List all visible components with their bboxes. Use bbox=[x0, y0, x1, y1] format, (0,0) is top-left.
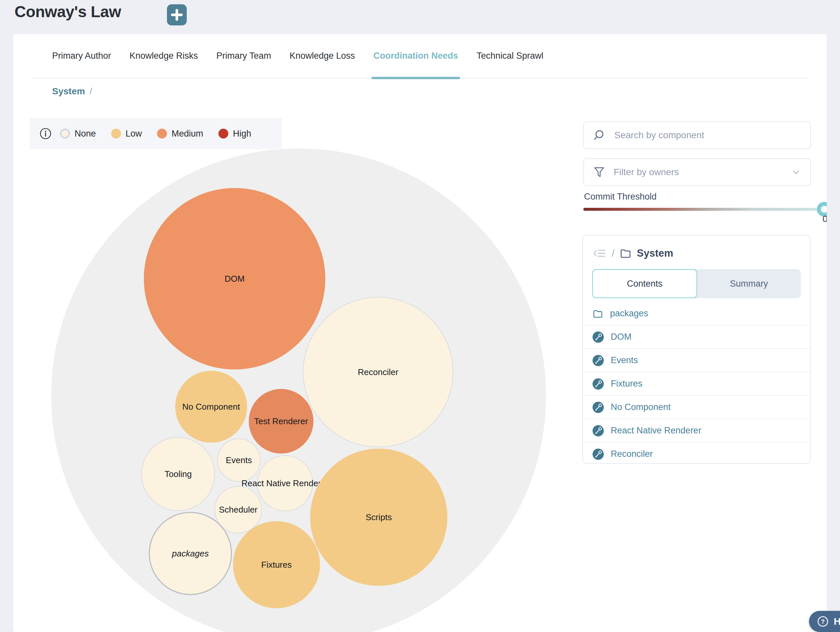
bubble-scripts[interactable]: Scripts bbox=[310, 449, 447, 586]
page-title: Conway's Law bbox=[14, 3, 121, 21]
legend-item-none: None bbox=[60, 129, 96, 139]
panel-header: / System bbox=[592, 246, 801, 261]
panel-contents-list: packagesDOMEventsFixturesNo ComponentRea… bbox=[583, 302, 810, 465]
coordination-legend: NoneLowMediumHigh bbox=[30, 118, 282, 149]
bubble-fixtures[interactable]: Fixtures bbox=[233, 521, 320, 608]
bubble-react-native-renderer[interactable]: React Native Renderer bbox=[257, 455, 313, 511]
plus-icon bbox=[171, 9, 183, 21]
help-button[interactable]: ? Help bbox=[809, 611, 840, 632]
component-icon bbox=[592, 448, 604, 460]
page: Conway's Law Primary AuthorKnowledge Ris… bbox=[0, 0, 840, 632]
bubble-test-renderer[interactable]: Test Renderer bbox=[249, 389, 313, 454]
tab-contents[interactable]: Contents bbox=[592, 269, 697, 298]
component-icon bbox=[592, 378, 604, 390]
slider-value: 0 bbox=[823, 214, 827, 224]
panel-item-packages[interactable]: packages bbox=[583, 302, 810, 326]
search-icon bbox=[592, 129, 606, 142]
tab-summary[interactable]: Summary bbox=[697, 269, 801, 298]
legend-item-high: High bbox=[218, 129, 251, 139]
commit-threshold-slider[interactable] bbox=[583, 208, 827, 211]
owners-filter-dropdown[interactable]: Filter by owners bbox=[583, 158, 811, 186]
panel-item-react-native-renderer[interactable]: React Native Renderer bbox=[583, 419, 810, 443]
panel-item-reconciler[interactable]: Reconciler bbox=[583, 443, 810, 465]
panel-separator: / bbox=[612, 248, 614, 259]
panel-item-no-component[interactable]: No Component bbox=[583, 396, 810, 419]
bubble-packages[interactable]: packages bbox=[149, 512, 232, 595]
folder-icon bbox=[592, 308, 603, 319]
search-box[interactable] bbox=[583, 121, 811, 149]
panel-title: System bbox=[637, 247, 673, 259]
folder-icon bbox=[619, 247, 632, 260]
commit-threshold-label: Commit Threshold bbox=[584, 192, 657, 202]
content-card: Primary AuthorKnowledge RisksPrimary Tea… bbox=[13, 34, 827, 632]
legend-items: NoneLowMediumHigh bbox=[60, 129, 251, 139]
component-icon bbox=[592, 425, 604, 437]
bubble-tooling[interactable]: Tooling bbox=[141, 437, 215, 511]
component-icon bbox=[592, 331, 604, 343]
legend-dot-medium bbox=[157, 129, 167, 139]
panel-item-dom[interactable]: DOM bbox=[583, 326, 810, 349]
panel-tab-switcher: Contents Summary bbox=[592, 269, 801, 298]
chevron-down-icon bbox=[791, 167, 802, 178]
panel-item-fixtures[interactable]: Fixtures bbox=[583, 372, 810, 396]
tree-back-icon[interactable] bbox=[592, 246, 607, 261]
component-icon bbox=[592, 402, 604, 413]
bubble-reconciler[interactable]: Reconciler bbox=[303, 297, 453, 447]
svg-text:?: ? bbox=[821, 618, 825, 625]
help-label: Help bbox=[834, 616, 840, 627]
system-panel: / System Contents Summary packagesDOMEve… bbox=[582, 235, 811, 464]
help-icon: ? bbox=[817, 616, 829, 627]
filter-icon bbox=[592, 165, 606, 179]
legend-item-medium: Medium bbox=[157, 129, 203, 139]
legend-item-low: Low bbox=[111, 129, 142, 139]
component-icon bbox=[592, 355, 604, 366]
panel-item-events[interactable]: Events bbox=[583, 349, 810, 372]
filter-placeholder: Filter by owners bbox=[614, 167, 791, 178]
bubble-dom[interactable]: DOM bbox=[144, 188, 325, 369]
legend-dot-low bbox=[111, 129, 121, 139]
bubble-events[interactable]: Events bbox=[217, 438, 261, 482]
info-icon[interactable] bbox=[39, 128, 52, 140]
bubble-no-component[interactable]: No Component bbox=[175, 371, 247, 443]
search-input[interactable] bbox=[614, 130, 810, 141]
legend-dot-high bbox=[218, 129, 228, 139]
legend-dot-none bbox=[60, 129, 70, 139]
add-map-button[interactable] bbox=[167, 4, 187, 25]
